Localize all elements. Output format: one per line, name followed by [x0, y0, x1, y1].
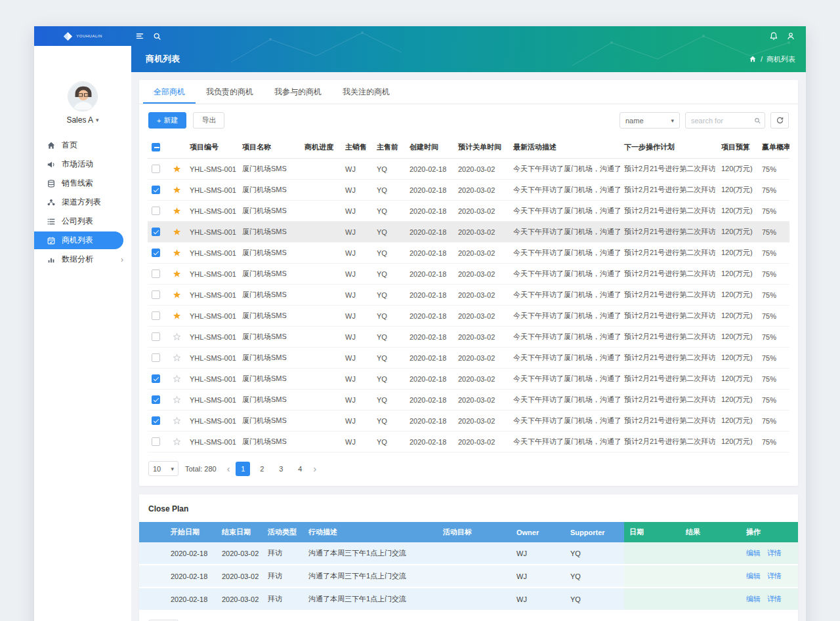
- row-checkbox[interactable]: [152, 290, 160, 299]
- menu-icon[interactable]: [131, 26, 148, 46]
- star-filled-icon[interactable]: [173, 311, 181, 320]
- sidebar-item-megaphone[interactable]: 市场活动: [34, 155, 131, 173]
- row-checkbox[interactable]: [152, 228, 160, 236]
- next-page-button[interactable]: ›: [312, 464, 318, 473]
- user-name-dropdown[interactable]: Sales A ▾: [34, 115, 131, 125]
- tab-3[interactable]: 我关注的商机: [332, 80, 400, 104]
- refresh-button[interactable]: [770, 112, 789, 129]
- edit-link[interactable]: 编辑: [746, 549, 761, 557]
- cell-name: 厦门机场SMS: [238, 201, 301, 222]
- sidebar-item-channel[interactable]: 渠道方列表: [34, 193, 131, 211]
- cell-progress: [301, 327, 341, 348]
- cell-win_rate: 75%: [758, 369, 789, 390]
- search-input[interactable]: [691, 117, 751, 125]
- sidebar-item-calendar[interactable]: 商机列表: [34, 231, 123, 249]
- detail-link[interactable]: 详情: [767, 549, 782, 557]
- cell-close_date: 2020-03-02: [454, 243, 509, 264]
- star-filled-icon[interactable]: [173, 186, 181, 194]
- avatar[interactable]: [68, 81, 98, 111]
- main-content: 全部商机我负责的商机我参与的商机我关注的商机 + 新建 导出 name ▾: [131, 72, 806, 621]
- sidebar-item-home[interactable]: 首页: [34, 136, 131, 154]
- cell-activity: 今天下午拜访了厦门机场，沟通了细节: [509, 348, 620, 369]
- row-checkbox[interactable]: [152, 374, 160, 383]
- cell-sales: WJ: [341, 369, 373, 390]
- bell-icon[interactable]: [765, 26, 782, 46]
- page-button-3[interactable]: 3: [274, 462, 288, 476]
- user-icon[interactable]: [782, 26, 799, 46]
- row-checkbox[interactable]: [152, 395, 160, 404]
- row-checkbox[interactable]: [152, 270, 160, 278]
- star-outline-icon[interactable]: [173, 374, 181, 383]
- row-checkbox[interactable]: [152, 165, 160, 173]
- prev-page-button[interactable]: ‹: [226, 464, 232, 473]
- detail-link[interactable]: 详情: [767, 595, 782, 603]
- close-plan-table: 开始日期结束日期活动类型行动描述活动目标OwnerSupporter日期结果操作…: [139, 522, 798, 611]
- cell-code: YHL-SMS-001: [186, 264, 238, 285]
- sidebar-item-database[interactable]: 销售线索: [34, 174, 131, 192]
- cell-progress: [301, 348, 341, 369]
- home-icon[interactable]: [749, 55, 757, 63]
- cell-next_plan: 预计2月21号进行第二次拜访: [620, 390, 717, 411]
- row-checkbox[interactable]: [152, 186, 160, 194]
- star-outline-icon[interactable]: [173, 437, 181, 446]
- export-button[interactable]: 导出: [193, 112, 224, 129]
- sidebar-item-list[interactable]: 公司列表: [34, 212, 131, 230]
- star-outline-icon[interactable]: [173, 395, 181, 404]
- cell-close_date: 2020-03-02: [454, 201, 509, 222]
- cell-progress: [301, 222, 341, 243]
- cell-sales: WJ: [341, 201, 373, 222]
- star-filled-icon[interactable]: [173, 165, 181, 173]
- cell-name: 厦门机场SMS: [238, 159, 301, 180]
- search-box: [685, 112, 765, 129]
- star-outline-icon[interactable]: [173, 353, 181, 362]
- column-header: 行动描述: [303, 522, 438, 542]
- row-checkbox[interactable]: [152, 437, 160, 446]
- column-header: 开始日期: [139, 522, 217, 542]
- star-outline-icon[interactable]: [173, 332, 181, 341]
- cell-sales: WJ: [341, 348, 373, 369]
- row-checkbox[interactable]: [152, 332, 160, 341]
- star-filled-icon[interactable]: [173, 290, 181, 299]
- cell-budget: 120(万元): [717, 390, 758, 411]
- star-filled-icon[interactable]: [173, 270, 181, 278]
- brand-diamond-icon: [63, 31, 73, 41]
- select-all-checkbox[interactable]: [152, 143, 160, 151]
- search-icon[interactable]: [148, 26, 165, 46]
- page-button-1[interactable]: 1: [236, 462, 250, 476]
- cell-name: 厦门机场SMS: [238, 285, 301, 306]
- user-profile: Sales A ▾: [34, 81, 131, 132]
- cell-budget: 120(万元): [717, 264, 758, 285]
- page-size-select[interactable]: 10 ▾: [148, 461, 178, 476]
- column-header: Supporter: [565, 522, 624, 542]
- detail-link[interactable]: 详情: [767, 572, 782, 580]
- edit-link[interactable]: 编辑: [746, 572, 761, 580]
- page-button-4[interactable]: 4: [293, 462, 307, 476]
- cell-goal: [438, 565, 511, 588]
- cell-code: YHL-SMS-001: [186, 180, 238, 201]
- row-checkbox[interactable]: [152, 249, 160, 257]
- create-button[interactable]: + 新建: [148, 112, 186, 129]
- filter-field-select[interactable]: name ▾: [620, 112, 680, 129]
- sidebar-item-chart[interactable]: 数据分析›: [34, 250, 131, 268]
- cell-sales: WJ: [341, 306, 373, 327]
- tab-2[interactable]: 我参与的商机: [264, 80, 332, 104]
- cell-budget: 120(万元): [717, 243, 758, 264]
- edit-link[interactable]: 编辑: [746, 595, 761, 603]
- cell-date: [624, 542, 681, 565]
- star-outline-icon[interactable]: [173, 416, 181, 425]
- search-icon[interactable]: [754, 117, 761, 125]
- tab-1[interactable]: 我负责的商机: [196, 80, 264, 104]
- star-filled-icon[interactable]: [173, 228, 181, 236]
- row-checkbox[interactable]: [152, 353, 160, 362]
- row-checkbox[interactable]: [152, 416, 160, 425]
- cell-win_rate: 75%: [758, 159, 789, 180]
- page-button-2[interactable]: 2: [255, 462, 269, 476]
- star-filled-icon[interactable]: [173, 249, 181, 257]
- tab-0[interactable]: 全部商机: [143, 80, 196, 104]
- cell-win_rate: 75%: [758, 306, 789, 327]
- star-filled-icon[interactable]: [173, 207, 181, 215]
- row-checkbox[interactable]: [152, 311, 160, 320]
- row-checkbox[interactable]: [152, 207, 160, 215]
- refresh-icon: [776, 116, 784, 125]
- table-row: YHL-SMS-001厦门机场SMSWJYQ2020-02-182020-03-…: [148, 264, 789, 285]
